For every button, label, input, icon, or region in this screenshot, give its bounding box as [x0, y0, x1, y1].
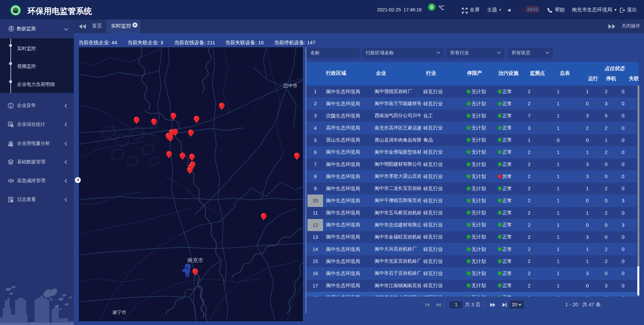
svg-text:巴中市: 巴中市	[283, 83, 298, 88]
svg-text:南充市: 南充市	[187, 257, 203, 263]
svg-text:遂宁市: 遂宁市	[112, 310, 126, 315]
